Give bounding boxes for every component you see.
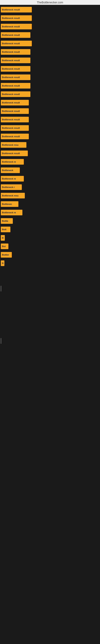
bar-label: Bottleneck result — [2, 93, 20, 96]
bar-row: Bottleneck result — [0, 108, 100, 114]
bar-row: Bottleneck result — [0, 91, 100, 98]
bar-row: Bottleneck result — [0, 32, 100, 38]
bar-row: Bottleneck re — [0, 209, 100, 216]
bar-label: Bottleneck re — [2, 160, 16, 163]
bar-label: Bottleneck result — [2, 17, 20, 19]
bottleneck-bar: Bottleneck — [1, 168, 20, 173]
bar-label: Bottleneck re — [2, 211, 16, 214]
bar-row — [0, 285, 100, 292]
bottleneck-bar: Bottleneck result — [1, 32, 30, 38]
bottleneck-bar: Bottleneck result — [1, 49, 30, 55]
bottleneck-bar: Bottleneck result — [1, 150, 28, 156]
bottleneck-bar: Bottleneck result — [1, 74, 30, 80]
bottleneck-bar: Bott — [1, 226, 10, 232]
bar-row: Bottleneck result — [0, 23, 100, 30]
bottleneck-bar: B — [1, 235, 5, 241]
bar-row: Bottleneck re — [0, 158, 100, 165]
bottleneck-bar: Bottleneck r — [1, 184, 22, 190]
bar-label: Bott — [2, 228, 6, 231]
bar-label: Bottleneck result — [2, 51, 20, 53]
bar-label: Bottleneck resu — [2, 194, 19, 197]
bottleneck-bar: Bottleneck result — [1, 15, 32, 21]
bar-label: Bottleneck result — [2, 76, 20, 78]
bottleneck-bar: Bottleneck result — [1, 24, 32, 30]
bottleneck-bar: Bot — [1, 244, 8, 249]
bar-label: B — [2, 262, 3, 264]
bottleneck-bar: Bottleneck result — [1, 117, 29, 122]
bar-label: Bottleneck result — [2, 102, 20, 104]
bar-row — [0, 304, 100, 312]
bottleneck-bar: Bottleneck re — [1, 176, 24, 182]
bottleneck-bar: Bottleneck result — [1, 125, 29, 131]
bar-row: Bottleneck result — [0, 6, 100, 13]
bar-row: Bottle — [0, 218, 100, 224]
bar-label: Bottleneck result — [2, 42, 20, 45]
bar-row: Bottleneck result — [0, 116, 100, 123]
bar-row: Bot — [0, 243, 100, 250]
bar-row: Bottleneck result — [0, 74, 100, 80]
bottleneck-bar: Bottleneck resu — [1, 193, 25, 198]
bar-row: Bottleneck result — [0, 15, 100, 21]
bar-row: Bott — [0, 226, 100, 233]
bar-row: Bottler — [0, 252, 100, 258]
bar-row: Bottleneck result — [0, 125, 100, 131]
bottleneck-bar: Bottleneck result — [1, 108, 29, 114]
bar-label: Bottlenec — [2, 203, 12, 205]
bar-row: Bottleneck r — [0, 184, 100, 190]
bar-row — [0, 338, 100, 344]
bottleneck-bar: Bottleneck result — [1, 83, 30, 88]
bar-row — [0, 268, 100, 276]
bar-label: Bottleneck result — [2, 127, 20, 129]
bar-row: Bottleneck resu — [0, 142, 100, 148]
site-title: TheBottlenecker.com — [0, 0, 100, 5]
bar-row: B — [0, 235, 100, 241]
bottleneck-bar: Bottleneck result — [1, 100, 29, 106]
bar-label: Bottleneck resu — [2, 144, 19, 146]
bar-row — [0, 277, 100, 285]
bar-row: Bottleneck result — [0, 49, 100, 55]
bar-label: Bottleneck result — [2, 8, 20, 11]
bar-row: Bottleneck result — [0, 57, 100, 64]
bar-label: Bottleneck result — [2, 110, 20, 112]
bottleneck-bar: Bottlenec — [1, 201, 18, 207]
bar-label: Bottleneck — [2, 169, 13, 172]
bottleneck-bar: Bottleneck re — [1, 210, 22, 215]
bar-label: Bot — [2, 245, 6, 248]
bar-label: Bottle — [2, 220, 8, 222]
bottleneck-bar: Bottleneck result — [1, 41, 32, 46]
bar-row: Bottleneck result — [0, 82, 100, 89]
bar-label: Bottler — [2, 254, 9, 256]
bar-row: Bottleneck result — [0, 100, 100, 106]
bottleneck-bar: Bottleneck result — [1, 58, 30, 63]
bar-label: Bottleneck result — [2, 25, 20, 28]
bar-row: Bottleneck result — [0, 133, 100, 140]
bar-row: B — [0, 260, 100, 266]
bars-container: Bottleneck resultBottleneck resultBottle… — [0, 5, 100, 344]
bottleneck-bar: Bottleneck result — [1, 66, 30, 72]
bar-row: Bottleneck result — [0, 150, 100, 156]
bottleneck-bar: B — [1, 260, 4, 266]
bar-row — [0, 312, 100, 320]
bar-label: Bottleneck result — [2, 59, 20, 62]
bar-row — [0, 321, 100, 329]
bar-label: Bottleneck result — [2, 152, 20, 154]
bar-row: Bottleneck — [0, 167, 100, 174]
bar-label: Bottleneck result — [2, 34, 20, 36]
bottleneck-bar: Bottleneck result — [1, 91, 30, 97]
bar-row: Bottleneck result — [0, 66, 100, 72]
bar-row: Bottleneck result — [0, 40, 100, 47]
bottleneck-bar: Bottleneck re — [1, 159, 24, 164]
bar-label: Bottleneck result — [2, 118, 20, 121]
bar-label: Bottleneck result — [2, 135, 20, 138]
bar-label: Bottleneck r — [2, 186, 15, 188]
bar-label: Bottleneck result — [2, 84, 20, 87]
bottleneck-bar: Bottleneck result — [1, 134, 29, 139]
bar-label: B — [2, 237, 3, 239]
bar-row: Bottleneck re — [0, 176, 100, 182]
bottleneck-bar: Bottleneck result — [1, 7, 32, 12]
bottleneck-bar: Bottle — [1, 218, 13, 224]
bar-label: Bottleneck result — [2, 68, 20, 70]
bar-row: Bottlenec — [0, 201, 100, 207]
vertical-marker — [1, 286, 1, 292]
bottleneck-bar: Bottleneck resu — [1, 142, 26, 148]
